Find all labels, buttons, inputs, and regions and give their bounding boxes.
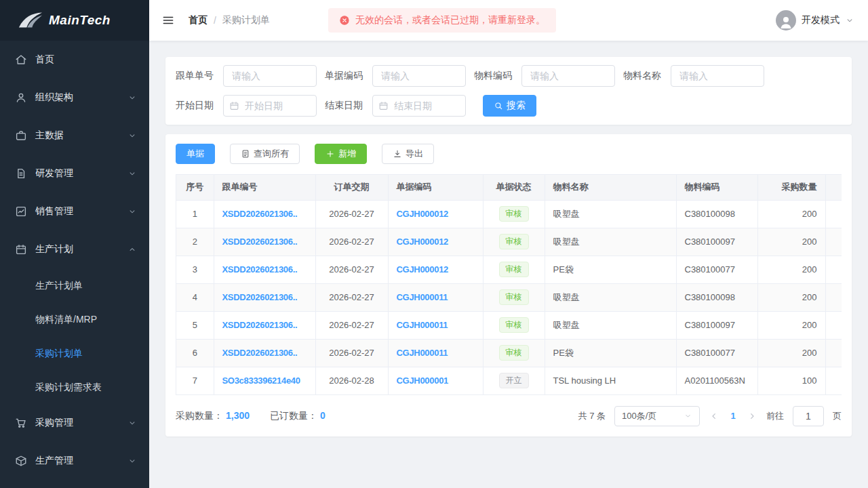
- user-menu[interactable]: 开发模式: [776, 10, 854, 30]
- filter-label: 开始日期: [176, 100, 214, 112]
- sidebar-item-label: 生产计划: [35, 243, 127, 256]
- chevron-down-icon: [127, 169, 137, 178]
- query-all-button[interactable]: 查询所有: [230, 144, 300, 164]
- sidebar-subitem-purchase-plan-demand[interactable]: 采购计划需求表: [0, 370, 149, 404]
- user-icon: [15, 92, 27, 104]
- sidebar-subitem-bom-mrp[interactable]: 物料清单/MRP: [0, 302, 149, 336]
- sidebar-item-sales[interactable]: 销售管理: [0, 192, 149, 230]
- table-row: 7 SO3c833396214e40 2026-02-28 CGJH000001…: [176, 367, 842, 394]
- cell-status: 审核: [483, 339, 545, 367]
- cell-extra: [825, 256, 842, 283]
- sidebar-item-purchasing[interactable]: 采购管理: [0, 404, 149, 442]
- page-size-select[interactable]: 100条/页: [614, 406, 700, 426]
- menu-collapse-icon[interactable]: [161, 14, 175, 27]
- status-badge: 审核: [499, 206, 529, 221]
- cell-seq: 3: [176, 256, 214, 283]
- material-code-input[interactable]: [521, 65, 615, 87]
- cell-extra: [825, 311, 842, 339]
- cell-material-name: 吸塑盘: [545, 283, 676, 311]
- table-body: 1 XSDD2026021306.. 2026-02-27 CGJH000012…: [176, 200, 842, 394]
- filter-label: 跟单单号: [176, 70, 214, 82]
- chevron-down-icon: [127, 93, 137, 102]
- cell-extra: [825, 200, 842, 228]
- cell-material-name: PE袋: [545, 339, 676, 367]
- export-button[interactable]: 导出: [382, 144, 434, 164]
- chevron-down-icon: [127, 207, 137, 216]
- sidebar-item-label: 首页: [35, 54, 137, 66]
- sidebar-item-manufacturing[interactable]: 生产管理: [0, 442, 149, 480]
- cell-doc-no-link[interactable]: CGJH000001: [388, 367, 483, 394]
- chevron-down-icon: [684, 411, 692, 420]
- cell-order-no-link[interactable]: XSDD2026021306..: [214, 311, 315, 339]
- sidebar-item-rd[interactable]: 研发管理: [0, 155, 149, 192]
- cell-material-name: TSL housing LH: [545, 367, 676, 394]
- sidebar-item-org[interactable]: 组织架构: [0, 79, 149, 117]
- cell-status: 审核: [483, 311, 545, 339]
- main-area: 首页 / 采购计划单 无效的会话，或者会话已过期，请重新登录。 开发模式 跟单单…: [149, 0, 868, 488]
- sidebar-item-label: 采购管理: [35, 417, 127, 429]
- session-error-alert: 无效的会话，或者会话已过期，请重新登录。: [328, 8, 556, 33]
- filter-label: 物料编码: [474, 70, 512, 82]
- cell-extra: [825, 228, 842, 256]
- cell-doc-no-link[interactable]: CGJH000011: [388, 283, 483, 311]
- table-row: 4 XSDD2026021306.. 2026-02-27 CGJH000011…: [176, 283, 842, 311]
- cell-material-code: C380100097: [676, 311, 757, 339]
- filter-label: 结束日期: [325, 100, 363, 112]
- add-button[interactable]: 新增: [315, 144, 367, 164]
- cell-doc-no-link[interactable]: CGJH000012: [388, 256, 483, 283]
- cell-doc-no-link[interactable]: CGJH000011: [388, 311, 483, 339]
- cell-doc-no-link[interactable]: CGJH000012: [388, 228, 483, 256]
- goto-page-input[interactable]: [793, 406, 824, 426]
- sidebar-item-home[interactable]: 首页: [0, 41, 149, 79]
- cell-purchase-qty: 200: [757, 283, 825, 311]
- doc-button[interactable]: 单据: [176, 144, 215, 164]
- table-row: 1 XSDD2026021306.. 2026-02-27 CGJH000012…: [176, 200, 842, 228]
- cell-material-name: 吸塑盘: [545, 200, 676, 228]
- breadcrumb-home[interactable]: 首页: [189, 14, 208, 26]
- purchase-qty-label: 采购数量：: [176, 410, 223, 421]
- filter-field-doc-code: 单据编码: [325, 65, 466, 87]
- cell-order-no-link[interactable]: SO3c833396214e40: [214, 367, 315, 394]
- filter-label: 单据编码: [325, 70, 363, 82]
- cell-purchase-qty: 200: [757, 228, 825, 256]
- top-header: 首页 / 采购计划单 无效的会话，或者会话已过期，请重新登录。 开发模式: [149, 0, 868, 41]
- cell-purchase-qty: 200: [757, 256, 825, 283]
- next-page-button[interactable]: [747, 411, 757, 422]
- current-page[interactable]: 1: [728, 411, 738, 421]
- goto-unit-label: 页: [833, 410, 842, 422]
- ordered-qty-label: 已订数量：: [270, 410, 317, 421]
- table-header-row: 序号跟单编号订单交期单据编码单据状态物料名称物料编码采购数量: [176, 175, 842, 200]
- cell-extra: [825, 339, 842, 367]
- cell-order-no-link[interactable]: XSDD2026021306..: [214, 339, 315, 367]
- cell-order-no-link[interactable]: XSDD2026021306..: [214, 200, 315, 228]
- column-header: 跟单编号: [214, 175, 315, 200]
- doc-code-input[interactable]: [372, 65, 466, 87]
- table-panel: 单据查询所有新增导出 序号跟单编号订单交期单据编码单据状态物料名称物料编码采购数…: [165, 134, 852, 436]
- material-name-input[interactable]: [671, 65, 764, 87]
- cell-doc-no-link[interactable]: CGJH000012: [388, 200, 483, 228]
- chevron-down-icon: [845, 16, 854, 25]
- prev-page-button[interactable]: [709, 411, 719, 422]
- cell-seq: 6: [176, 339, 214, 367]
- sidebar-item-label: 主数据: [35, 129, 127, 142]
- summary: 采购数量：1,300 已订数量：0: [176, 410, 326, 422]
- follow-order-no-input[interactable]: [223, 65, 317, 87]
- cell-order-no-link[interactable]: XSDD2026021306..: [214, 283, 315, 311]
- sidebar-subitem-purchase-plan-order[interactable]: 采购计划单: [0, 336, 149, 370]
- search-button[interactable]: 搜索: [483, 95, 536, 117]
- sidebar-item-label: 研发管理: [35, 167, 127, 180]
- sidebar-subitem-production-plan-order[interactable]: 生产计划单: [0, 268, 149, 302]
- chevron-up-icon: [127, 245, 137, 254]
- cell-purchase-qty: 200: [757, 200, 825, 228]
- cell-delivery-date: 2026-02-27: [315, 311, 388, 339]
- column-header: 物料名称: [545, 175, 676, 200]
- cell-doc-no-link[interactable]: CGJH000011: [388, 339, 483, 367]
- status-badge: 审核: [499, 262, 529, 277]
- sidebar-item-production-plan[interactable]: 生产计划: [0, 230, 149, 268]
- sidebar-item-label: 组织架构: [35, 92, 127, 104]
- cell-status: 审核: [483, 200, 545, 228]
- cell-order-no-link[interactable]: XSDD2026021306..: [214, 228, 315, 256]
- cell-status: 审核: [483, 256, 545, 283]
- cell-order-no-link[interactable]: XSDD2026021306..: [214, 256, 315, 283]
- sidebar-item-master-data[interactable]: 主数据: [0, 117, 149, 155]
